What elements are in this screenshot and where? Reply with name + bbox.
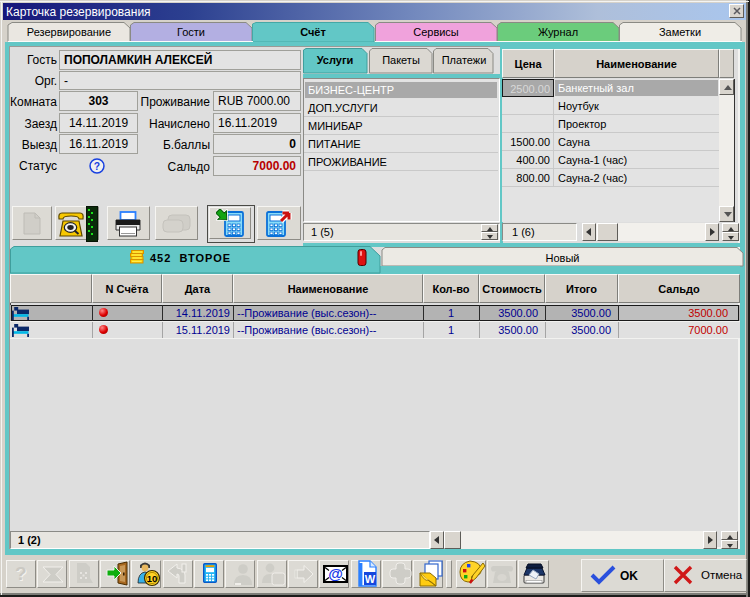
- svg-text:W: W: [365, 573, 376, 585]
- svg-text:10: 10: [147, 573, 158, 584]
- svg-text:?: ?: [94, 161, 100, 172]
- svg-text:@: @: [328, 565, 343, 582]
